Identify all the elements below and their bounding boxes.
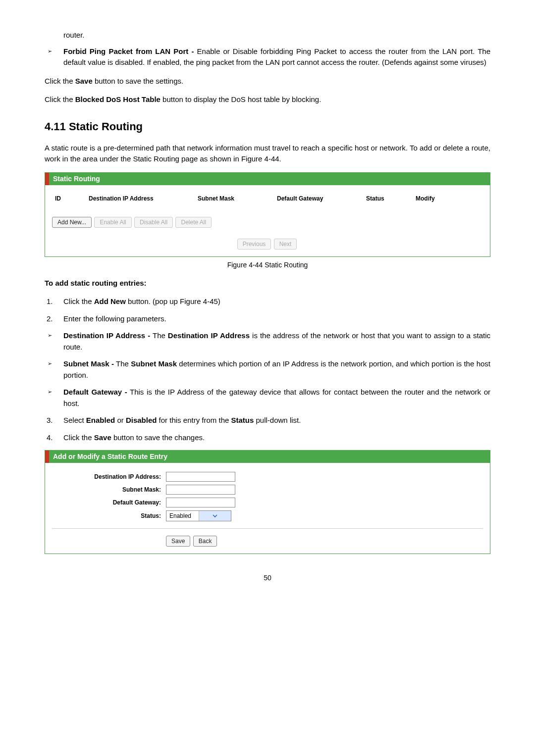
dest-ip-label: Destination IP Address: [52, 472, 166, 481]
form-row-dest: Destination IP Address: [52, 472, 483, 482]
delete-all-button[interactable]: Delete All [175, 217, 212, 228]
blocked-text-a: Click the [45, 95, 75, 103]
add-modify-title: Add or Modify a Static Route Entry [45, 451, 490, 463]
forbid-ping-label: Forbid Ping Packet from LAN Port - [63, 47, 194, 55]
enable-all-button[interactable]: Enable All [94, 217, 131, 228]
pager-row: Previous Next [52, 239, 483, 250]
section-paragraph: A static route is a pre-determined path … [45, 143, 490, 165]
status-label: Status: [52, 511, 166, 520]
blocked-instruction: Click the Blocked DoS Host Table button … [45, 94, 490, 105]
subnet-mask-input[interactable] [166, 485, 235, 495]
status-select[interactable]: Enabled [166, 510, 231, 521]
default-gateway-item: Default Gateway - This is the IP Address… [45, 387, 490, 409]
save-text-a: Click the [45, 77, 75, 85]
blocked-text-b: button to display the DoS host table by … [160, 95, 321, 103]
add-new-button[interactable]: Add New... [52, 217, 92, 228]
s4bold: Save [94, 433, 111, 442]
status-value: Enabled [166, 511, 199, 520]
subnet-mask-item: Subnet Mask - The Subnet Mask determines… [45, 358, 490, 381]
dest-ip-item: Destination IP Address - The Destination… [45, 330, 490, 353]
router-trailer-text: router. [63, 30, 490, 41]
save-bold: Save [75, 77, 93, 85]
gateway-input[interactable] [166, 498, 235, 507]
s3b1: Enabled [86, 416, 115, 424]
step1-a: Click the [63, 297, 94, 305]
step1-bold: Add New [94, 297, 126, 305]
form-row-gw: Default Gateway: [52, 498, 483, 507]
dest-ip-input[interactable] [166, 472, 235, 482]
section-heading: 4.11 Static Routing [45, 118, 490, 135]
dest-bold: Destination IP Address [168, 331, 250, 340]
col-gw: Default Gateway [277, 194, 346, 203]
s4b: button to save the changes. [111, 433, 205, 442]
col-dest: Destination IP Address [89, 194, 178, 203]
col-mask: Subnet Mask [198, 194, 257, 203]
document-page: router. Forbid Ping Packet from LAN Port… [45, 30, 490, 583]
col-status: Status [366, 194, 396, 203]
next-button[interactable]: Next [274, 239, 297, 250]
gw-label: Default Gateway - [63, 388, 127, 396]
howto-heading: To add static routing entries: [45, 278, 490, 289]
figure-4-44-caption: Figure 4-44 Static Routing [45, 260, 490, 270]
gw-text: This is the IP Address of the gateway de… [63, 388, 490, 407]
bulk-button-row: Add New... Enable All Disable All Delete… [52, 217, 483, 228]
save-text-b: button to save the settings. [93, 77, 183, 85]
col-modify: Modify [416, 194, 445, 203]
step-4: Click the Save button to save the change… [45, 432, 490, 444]
s3b3: Disabled [126, 416, 157, 424]
step-3: Select Enabled or Disabled for this entr… [45, 415, 490, 426]
s3c: for this entry from the [157, 416, 231, 424]
mask-label: Subnet Mask - [63, 359, 114, 368]
page-number: 50 [45, 573, 490, 583]
dest-label: Destination IP Address - [63, 331, 150, 340]
static-routing-panel: Static Routing ID Destination IP Address… [45, 172, 490, 257]
disable-all-button[interactable]: Disable All [134, 217, 173, 228]
previous-button[interactable]: Previous [237, 239, 271, 250]
s3bold: Status [231, 416, 254, 424]
mask-bold: Subnet Mask [131, 359, 177, 368]
form-row-mask: Subnet Mask: [52, 485, 483, 495]
form-row-status: Status: Enabled [52, 510, 483, 521]
static-routing-title: Static Routing [45, 173, 490, 185]
table-header-row: ID Destination IP Address Subnet Mask De… [52, 194, 483, 203]
save-instruction: Click the Save button to save the settin… [45, 76, 490, 87]
s4a: Click the [63, 433, 94, 442]
chevron-down-icon [199, 511, 231, 521]
form-button-row: Save Back [52, 536, 483, 547]
gateway-label: Default Gateway: [52, 498, 166, 507]
step-1: Click the Add New button. (pop up Figure… [45, 296, 490, 307]
form-divider [52, 528, 483, 529]
step1-b: button. (pop up Figure 4-45) [126, 297, 220, 305]
s3a: Select [63, 416, 86, 424]
subnet-mask-label: Subnet Mask: [52, 485, 166, 494]
blocked-bold: Blocked DoS Host Table [75, 95, 160, 103]
add-modify-panel: Add or Modify a Static Route Entry Desti… [45, 450, 490, 554]
dest-text-a: The [150, 331, 168, 340]
s3b2: or [115, 416, 126, 424]
back-button[interactable]: Back [193, 536, 217, 547]
col-id: ID [55, 194, 69, 203]
save-button[interactable]: Save [166, 536, 190, 547]
mask-text-a: The [114, 359, 131, 368]
s3d: pull-down list. [254, 416, 301, 424]
step-2: Enter the following parameters. [45, 313, 490, 325]
forbid-ping-item: Forbid Ping Packet from LAN Port - Enabl… [45, 46, 490, 68]
